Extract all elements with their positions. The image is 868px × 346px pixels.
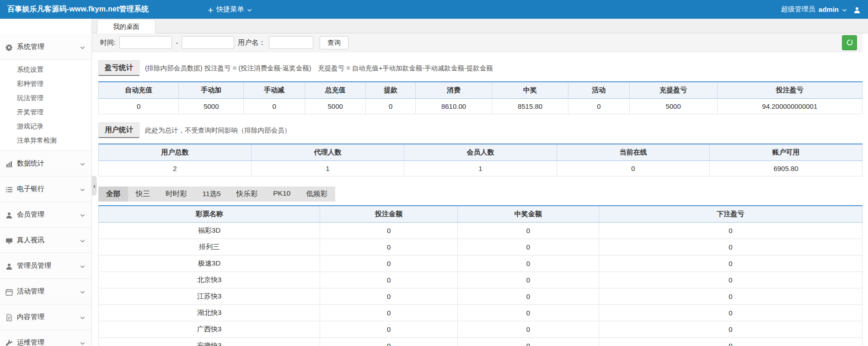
cell: 0	[599, 321, 862, 338]
column-header: 账户可用	[710, 144, 863, 161]
chevron-down-icon	[247, 5, 252, 13]
sidebar-item-label: 活动管理	[17, 287, 44, 296]
sidebar-collapse-handle[interactable]	[92, 176, 96, 195]
chevron-down-icon	[80, 185, 85, 193]
cell: 0	[320, 288, 458, 305]
cell: 2	[99, 161, 252, 176]
lottery-tab-pk10[interactable]: PK10	[265, 186, 298, 202]
chevron-down-icon	[80, 211, 85, 218]
column-header: 手动加	[179, 82, 244, 99]
sidebar-item-label: 内容管理	[17, 313, 44, 321]
cell: 0	[568, 99, 630, 114]
table-row: 0 5000 0 5000 0 8610.00 8515.80 0 5000 9…	[99, 99, 863, 114]
cell: 0	[457, 239, 599, 256]
lottery-name-cell: 排列三	[99, 239, 320, 256]
content: 时间: - 用户名： 查询 盈亏统计 (排除内部会员数据) 投注盈亏 = (投注…	[92, 33, 863, 346]
user-menu[interactable]: 超级管理员 admin	[781, 5, 847, 14]
time-start-input[interactable]	[119, 36, 172, 49]
chevron-down-icon	[80, 236, 85, 244]
table-row: 2 1 1 0 6905.80	[99, 161, 863, 176]
users-section-head: 用户统计 此处为总计，不受查询时间影响（排除内部会员）	[98, 122, 863, 138]
sidebar-item-e-banking[interactable]: 电子银行	[0, 176, 91, 202]
column-header: 会员人数	[404, 144, 557, 161]
lottery-tab-dipincai[interactable]: 低频彩	[298, 186, 335, 202]
column-header: 用户总数	[99, 144, 252, 161]
chevron-down-icon	[842, 5, 847, 13]
cell: 0	[599, 256, 862, 272]
profit-section-title[interactable]: 盈亏统计	[98, 60, 139, 76]
time-end-input[interactable]	[182, 36, 234, 49]
cell: 8515.80	[492, 99, 568, 114]
sidebar-subitem-game-records[interactable]: 游戏记录	[0, 119, 91, 133]
column-header: 下注盈亏	[599, 206, 862, 223]
column-header: 投注金额	[320, 206, 458, 223]
table-header-row: 用户总数 代理人数 会员人数 当前在线 账户可用	[99, 144, 863, 161]
sidebar-subitem-system-settings[interactable]: 系统设置	[0, 63, 91, 77]
sidebar-item-member-management[interactable]: 会员管理	[0, 202, 91, 228]
table-row: 安徽快3 0 0 0	[99, 338, 863, 346]
sidebar-item-content-management[interactable]: 内容管理	[0, 304, 91, 330]
main-layout: 系统管理 系统设置 彩种管理 玩法管理 开奖管理 游戏记录 注单异常检测 数据统…	[0, 19, 868, 346]
cell: 0	[320, 338, 458, 346]
sidebar-subitem-lottery-type[interactable]: 彩种管理	[0, 77, 91, 91]
column-header: 中奖金额	[457, 206, 599, 223]
lottery-tab-11xuan5[interactable]: 11选5	[195, 186, 229, 202]
lottery-tab-kuailecai[interactable]: 快乐彩	[229, 186, 266, 202]
users-section-title[interactable]: 用户统计	[98, 122, 139, 138]
column-header: 提款	[366, 82, 416, 99]
cell: 0	[320, 272, 458, 288]
sidebar-item-system-management[interactable]: 系统管理	[0, 34, 91, 60]
cell: 0	[320, 321, 458, 338]
cell: 0	[99, 99, 179, 114]
cell: 0	[457, 321, 599, 338]
sidebar-subitem-bet-anomaly[interactable]: 注单异常检测	[0, 133, 91, 148]
cell: 5000	[305, 99, 366, 114]
cell: 0	[457, 256, 599, 272]
cell: 1	[252, 161, 404, 176]
sidebar-subitem-play-method[interactable]: 玩法管理	[0, 91, 91, 105]
cell: 0	[320, 256, 458, 272]
column-header: 彩票名称	[99, 206, 320, 223]
monitor-icon	[5, 236, 13, 244]
range-separator: -	[176, 39, 178, 47]
sidebar-item-data-statistics[interactable]: 数据统计	[0, 151, 91, 176]
sidebar-item-admin-management[interactable]: 管理员管理	[0, 253, 91, 279]
cell: 8610.00	[416, 99, 492, 114]
sidebar-item-label: 运维管理	[17, 338, 44, 346]
quick-menu-label: 快捷菜单	[216, 5, 244, 14]
sidebar-item-label: 系统管理	[17, 43, 44, 51]
sidebar: 系统管理 系统设置 彩种管理 玩法管理 开奖管理 游戏记录 注单异常检测 数据统…	[0, 19, 92, 346]
quick-menu-button[interactable]: 快捷菜单	[208, 5, 252, 14]
search-button[interactable]: 查询	[320, 36, 348, 49]
table-row: 湖北快3 0 0 0	[99, 305, 863, 321]
cell: 0	[599, 223, 862, 239]
sidebar-item-label: 管理员管理	[17, 261, 51, 270]
cell: 0	[457, 272, 599, 288]
sidebar-item-label: 真人视讯	[17, 236, 44, 245]
username-input[interactable]	[269, 36, 313, 49]
tab-my-desktop[interactable]: 我的桌面	[97, 19, 155, 33]
list-icon	[5, 185, 13, 193]
table-row: 北京快3 0 0 0	[99, 272, 863, 288]
cell: 0	[244, 99, 305, 114]
table-row: 广西快3 0 0 0	[99, 321, 863, 338]
lottery-tab-kuaisan[interactable]: 快三	[128, 186, 158, 202]
sidebar-item-live-video[interactable]: 真人视讯	[0, 228, 91, 253]
sidebar-item-ops-management[interactable]: 运维管理	[0, 330, 91, 346]
lottery-tab-all[interactable]: 全部	[98, 186, 128, 202]
account-icon[interactable]	[853, 5, 861, 13]
system-submenu: 系统设置 彩种管理 玩法管理 开奖管理 游戏记录 注单异常检测	[0, 60, 91, 151]
username-label: 用户名：	[238, 38, 265, 47]
profit-section-note: (排除内部会员数据) 投注盈亏 = (投注消费金额-返奖金额) 充提盈亏 = 自…	[145, 64, 493, 73]
time-label: 时间:	[100, 38, 116, 47]
refresh-button[interactable]	[842, 35, 857, 50]
table-header-row: 彩票名称 投注金额 中奖金额 下注盈亏	[99, 206, 863, 223]
sidebar-subitem-draw-management[interactable]: 开奖管理	[0, 105, 91, 119]
cell: 0	[599, 239, 862, 256]
lottery-tab-shishicai[interactable]: 时时彩	[158, 186, 195, 202]
lottery-name-cell: 广西快3	[99, 321, 320, 338]
cell: 0	[557, 161, 710, 176]
table-row: 极速3D 0 0 0	[99, 256, 863, 272]
lottery-name-cell: 湖北快3	[99, 305, 320, 321]
sidebar-item-activity-management[interactable]: 活动管理	[0, 279, 91, 304]
